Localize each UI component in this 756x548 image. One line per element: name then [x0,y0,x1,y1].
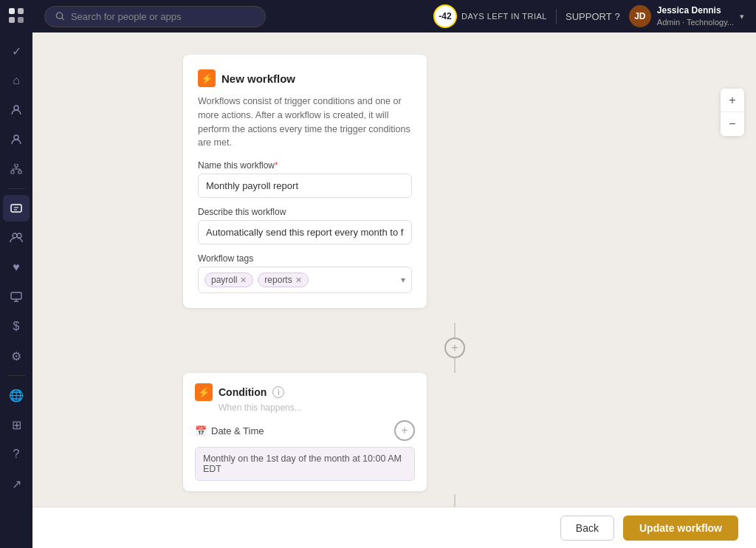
svg-point-10 [13,233,17,238]
tags-label: Workflow tags [198,253,412,264]
tag-reports-remove[interactable]: ✕ [295,275,302,285]
sidebar-item-check[interactable]: ✓ [3,38,30,64]
connector-line-2 [454,358,456,373]
card-title: New workflow [221,72,295,85]
svg-rect-1 [18,8,24,14]
main-content: ⚡ New workflow Workflows consist of trig… [65,32,756,548]
sidebar-item-home[interactable]: ⌂ [3,67,30,94]
svg-point-4 [14,106,18,110]
search-icon [55,11,65,21]
help-circle-icon: ? [615,11,620,22]
svg-rect-3 [18,17,24,23]
svg-rect-8 [18,171,21,174]
lightning-icon: ⚡ [198,69,216,87]
sidebar-item-grid[interactable]: ⊞ [3,411,30,438]
name-label: Name this workflow* [198,160,412,171]
trial-badge: -42 DAYS LEFT IN TRIAL [433,4,547,28]
card-description: Workflows consist of trigger conditions … [198,95,412,150]
tags-dropdown-icon[interactable]: ▾ [401,275,405,285]
zoom-controls: + − [721,89,744,136]
condition-card: ⚡ Condition i When this happens... 📅 Dat… [183,373,427,491]
workflow-name-input[interactable] [198,174,412,198]
avatar: JD [629,5,651,27]
desc-label: Describe this workflow [198,207,412,217]
svg-rect-7 [11,171,14,174]
topbar: -42 DAYS LEFT IN TRIAL SUPPORT ? JD Jess… [32,0,756,32]
card-title-row: ⚡ New workflow [198,69,412,87]
sidebar-item-org[interactable] [3,156,30,182]
svg-point-13 [56,13,62,18]
connector-line-1 [454,323,456,338]
zoom-in-button[interactable]: + [721,89,744,112]
trial-days: -42 [433,4,457,28]
datetime-row: 📅 Date & Time + [195,420,415,441]
svg-rect-0 [9,8,15,14]
add-condition-button[interactable]: + [394,420,415,441]
sidebar-item-settings[interactable]: ⚙ [3,343,30,369]
sidebar-item-help[interactable]: ? [3,441,30,467]
app-logo [8,7,24,27]
svg-rect-9 [11,205,21,212]
add-step-button-1[interactable]: + [444,338,465,358]
sidebar-item-globe[interactable]: 🌐 [3,382,30,408]
user-text: Jessica Dennis Admin · Technology... [657,5,734,27]
tags-field[interactable]: payroll ✕ reports ✕ ▾ [198,267,412,293]
back-button[interactable]: Back [560,516,614,541]
search-input[interactable] [71,11,255,22]
tag-payroll-label: payroll [211,275,237,285]
workflow-desc-input[interactable] [198,220,412,244]
condition-info-icon[interactable]: i [272,386,284,398]
tag-payroll-remove[interactable]: ✕ [240,275,247,285]
bottom-bar: Back Update workflow [32,507,756,548]
sidebar-item-share[interactable]: ↗ [3,470,30,497]
update-workflow-button[interactable]: Update workflow [623,516,738,541]
sidebar-item-heart[interactable]: ♥ [3,254,30,281]
calendar-icon: 📅 [195,425,207,436]
sidebar-item-users[interactable] [3,97,30,123]
user-role: Admin · Technology... [657,17,734,27]
connector-1: + [183,323,726,373]
condition-lightning-icon: ⚡ [195,383,213,401]
trial-text: DAYS LEFT IN TRIAL [461,12,547,21]
topbar-right: -42 DAYS LEFT IN TRIAL SUPPORT ? JD Jess… [433,4,744,28]
sidebar-item-monitor[interactable] [3,284,30,310]
support-button[interactable]: SUPPORT ? [566,11,620,22]
topbar-divider [556,9,557,24]
tag-payroll[interactable]: payroll ✕ [205,273,253,287]
condition-header: ⚡ Condition i [195,383,415,401]
condition-title: Condition [219,386,267,398]
sidebar-item-workflows[interactable] [3,195,30,222]
svg-rect-2 [9,17,15,23]
svg-point-5 [14,135,18,140]
search-box[interactable] [44,6,266,27]
sidebar-item-people[interactable] [3,225,30,251]
chevron-down-icon: ▾ [740,12,744,21]
sidebar: ✓ ⌂ ♥ $ ⚙ 🌐 ⊞ ? ↗ [0,0,32,548]
support-label: SUPPORT [566,11,612,22]
condition-value: Monthly on the 1st day of the month at 1… [195,447,415,481]
when-text: When this happens... [219,403,415,413]
user-menu[interactable]: JD Jessica Dennis Admin · Technology... … [629,5,744,27]
sidebar-divider-2 [7,375,25,376]
sidebar-item-finance[interactable]: $ [3,313,30,340]
datetime-label-text: Date & Time [211,425,264,436]
sidebar-item-person[interactable] [3,126,30,153]
svg-rect-12 [11,292,21,299]
user-name: Jessica Dennis [657,5,734,17]
new-workflow-card: ⚡ New workflow Workflows consist of trig… [183,55,427,308]
zoom-out-button[interactable]: − [721,112,744,136]
datetime-label: 📅 Date & Time [195,425,264,436]
svg-point-11 [17,233,21,238]
svg-rect-6 [15,164,18,167]
tag-reports[interactable]: reports ✕ [258,273,308,287]
sidebar-divider-1 [7,188,25,189]
tag-reports-label: reports [264,275,292,285]
